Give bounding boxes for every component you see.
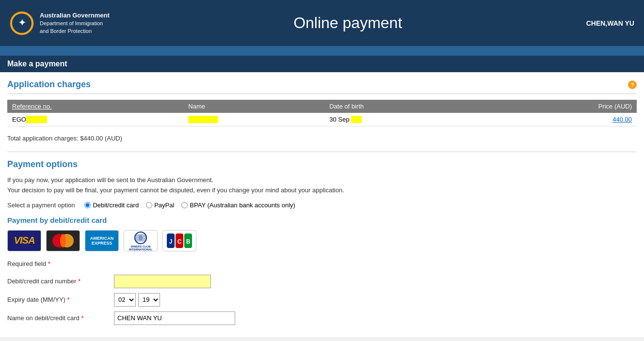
col-price: Price (AUD) xyxy=(482,100,637,113)
dob-cell: 30 Sep xyxy=(324,113,482,126)
card-name-input[interactable] xyxy=(114,311,235,325)
expiry-group: 01 02 03 04 05 06 07 08 09 10 11 12 17 1… xyxy=(114,293,160,307)
radio-bpay[interactable]: BPAY (Australian bank accounts only) xyxy=(181,202,295,209)
dob-redacted xyxy=(351,116,362,123)
reference-redacted xyxy=(26,116,47,123)
price-cell[interactable]: 440.00 xyxy=(482,113,637,126)
amex-logo: AMERICANEXPRESS xyxy=(85,230,119,251)
col-reference: Reference no. xyxy=(7,100,183,113)
svg-text:B: B xyxy=(186,238,191,245)
user-name: CHEN,WAN YU xyxy=(586,19,634,27)
card-name-label: Name on debit/credit card * xyxy=(7,314,114,322)
svg-text:✦: ✦ xyxy=(18,18,26,28)
radio-debit-credit[interactable]: Debit/credit card xyxy=(84,202,139,209)
card-section-title: Payment by debit/credit card xyxy=(7,216,637,224)
payment-option-row: Select a payment option Debit/credit car… xyxy=(7,202,637,209)
payment-options-title: Payment options xyxy=(7,159,637,170)
make-payment-bar: Make a payment xyxy=(0,56,644,72)
mastercard-logo xyxy=(46,230,80,251)
radio-bpay-input[interactable] xyxy=(181,202,188,208)
expiry-date-row: Expiry date (MM/YY) * 01 02 03 04 05 06 … xyxy=(7,293,637,307)
card-number-row: Debit/credit card number * xyxy=(7,275,637,288)
radio-paypal-input[interactable] xyxy=(146,202,152,208)
coat-of-arms-icon: ✦ xyxy=(10,11,34,35)
payment-notice: If you pay now, your application will be… xyxy=(7,175,637,196)
expiry-date-label: Expiry date (MM/YY) * xyxy=(7,296,114,303)
svg-point-8 xyxy=(139,234,146,242)
card-number-input[interactable] xyxy=(114,275,211,288)
jcb-logo: J C B xyxy=(162,230,196,251)
application-charges-title: Application charges xyxy=(7,79,91,90)
svg-point-5 xyxy=(60,234,66,248)
card-name-row: Name on debit/credit card * xyxy=(7,311,637,325)
radio-debit-input[interactable] xyxy=(84,202,91,208)
radio-bpay-label: BPAY (Australian bank accounts only) xyxy=(190,202,295,209)
logo-text: Australian Government Department of Immi… xyxy=(40,11,110,35)
card-number-label: Debit/credit card number * xyxy=(7,278,114,285)
name-cell xyxy=(183,113,324,126)
name-redacted xyxy=(188,116,218,123)
top-nav: ✦ Australian Government Department of Im… xyxy=(0,0,644,46)
radio-debit-label: Debit/credit card xyxy=(93,202,139,209)
radio-paypal[interactable]: PayPal xyxy=(146,202,174,209)
col-name: Name xyxy=(183,100,324,113)
payment-radio-group: Debit/credit card PayPal BPAY (Australia… xyxy=(84,202,295,209)
col-dob: Date of birth xyxy=(324,100,482,113)
page-heading: Online payment xyxy=(293,14,402,32)
main-content: Application charges ? Reference no. Name… xyxy=(0,72,644,337)
charges-table: Reference no. Name Date of birth Price (… xyxy=(7,100,637,126)
expiry-month-select[interactable]: 01 02 03 04 05 06 07 08 09 10 11 12 xyxy=(114,293,136,307)
visa-logo: VISA xyxy=(7,230,41,251)
table-header-row: Reference no. Name Date of birth Price (… xyxy=(7,100,637,113)
radio-paypal-label: PayPal xyxy=(154,202,174,209)
required-star: * xyxy=(48,260,50,267)
secondary-nav xyxy=(0,46,644,56)
reference-cell: EGO xyxy=(7,113,183,126)
expiry-year-select[interactable]: 17 18 19 20 21 22 23 24 25 xyxy=(138,293,160,307)
separator xyxy=(7,152,637,152)
card-logos: VISA AMERICANEXPRESS DINERS CLUBINTERNAT… xyxy=(7,230,637,251)
diners-logo: DINERS CLUBINTERNATIONAL xyxy=(124,230,158,251)
reference-prefix: EGO xyxy=(12,116,26,123)
required-field-note: Required field * xyxy=(7,260,637,267)
help-icon[interactable]: ? xyxy=(628,80,637,89)
total-charges: Total application charges: $440.00 (AUD) xyxy=(7,132,637,144)
logo-area: ✦ Australian Government Department of Im… xyxy=(10,11,110,35)
make-payment-title: Make a payment xyxy=(7,60,67,68)
table-row: EGO 30 Sep 440.00 xyxy=(7,113,637,126)
svg-text:J: J xyxy=(169,238,173,245)
application-charges-section: Application charges ? xyxy=(7,79,637,94)
select-payment-label: Select a payment option xyxy=(7,202,75,209)
svg-text:C: C xyxy=(177,238,182,245)
